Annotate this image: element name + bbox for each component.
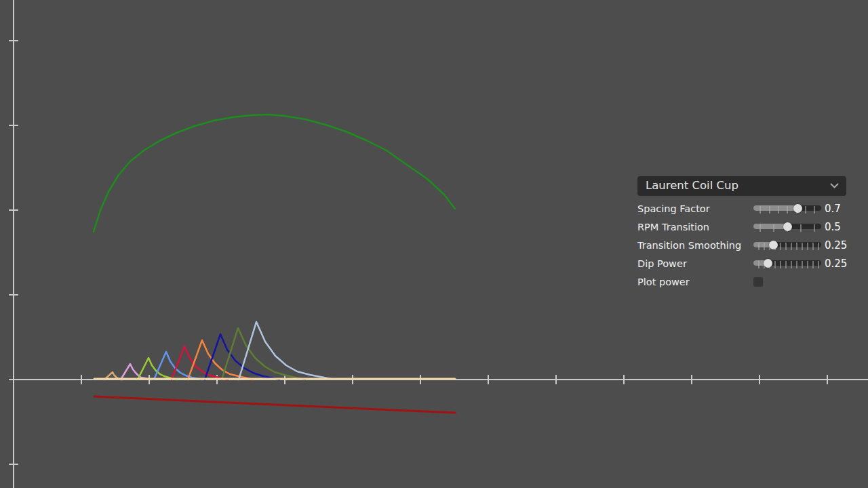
chevron-down-icon [830,183,839,189]
rpm-transition-label: RPM Transition [637,222,753,232]
slider-tick [760,206,761,214]
slider-tick [780,261,781,268]
series-peak-7 [205,334,279,380]
transition-smoothing-slider-knob[interactable] [769,241,778,249]
dip-power-value: 0.25 [825,258,847,270]
slider-tick [814,206,815,214]
slider-rows: Spacing Factor0.7RPM Transition0.5Transi… [637,199,846,272]
slider-tick [802,243,803,250]
app-window: Laurent Coil Cup Spacing Factor0.7RPM Tr… [0,0,868,488]
slider-tick [774,261,776,268]
slider-tick [796,243,797,250]
preset-dropdown[interactable]: Laurent Coil Cup [637,176,846,196]
slider-tick [758,243,760,250]
preset-dropdown-value: Laurent Coil Cup [646,180,738,192]
spacing-factor-label: Spacing Factor [637,203,753,214]
slider-tick [807,261,808,268]
slider-tick [758,261,760,268]
slider-row: Transition Smoothing0.25 [637,236,846,254]
rpm-transition-slider[interactable] [753,218,821,236]
spacing-factor-value: 0.7 [825,203,841,215]
slider-tick [814,224,815,232]
transition-smoothing-label: Transition Smoothing [637,240,753,251]
slider-tick [805,206,806,214]
dip-power-label: Dip Power [637,258,753,269]
slider-tick [802,261,803,268]
dip-power-slider-knob[interactable] [764,259,772,268]
control-panel: Laurent Coil Cup Spacing Factor0.7RPM Tr… [637,176,846,291]
series-peak-2 [121,364,151,380]
slider-tick [760,224,761,232]
slider-tick [812,243,814,250]
series-peak-5 [172,346,228,380]
slider-tick [764,243,765,250]
slider-tick [791,243,792,250]
slider-tick [787,206,788,214]
series-hump [94,115,455,232]
slider-tick [780,243,781,250]
dip-power-slider[interactable] [753,254,821,272]
slider-tick [807,243,808,250]
slider-tick [818,243,819,250]
slider-tick [800,224,802,232]
transition-smoothing-value: 0.25 [825,239,847,251]
slider-tick [796,261,797,268]
slider-tick [818,261,819,268]
slider-row: Spacing Factor0.7 [637,199,846,218]
spacing-factor-slider[interactable] [753,199,821,218]
slider-tick [769,206,770,214]
series-peak-6 [188,340,253,380]
series-dip [94,396,455,413]
slider-tick [773,224,774,232]
slider-tick [812,261,814,268]
slider-tick [791,261,792,268]
plot-power-row: Plot power [637,272,846,291]
rpm-transition-slider-fill [753,224,787,229]
series-peak-9 [239,322,331,380]
transition-smoothing-slider[interactable] [753,236,821,254]
plot-power-checkbox[interactable] [753,277,763,287]
spacing-factor-slider-knob[interactable] [793,204,802,213]
slider-row: Dip Power0.25 [637,254,846,272]
slider-tick [785,261,787,268]
rpm-transition-value: 0.5 [825,221,841,233]
slider-tick [778,206,779,214]
plot-power-label: Plot power [637,277,753,287]
slider-tick [785,243,787,250]
rpm-transition-slider-knob[interactable] [783,222,792,231]
slider-row: RPM Transition0.5 [637,218,846,236]
